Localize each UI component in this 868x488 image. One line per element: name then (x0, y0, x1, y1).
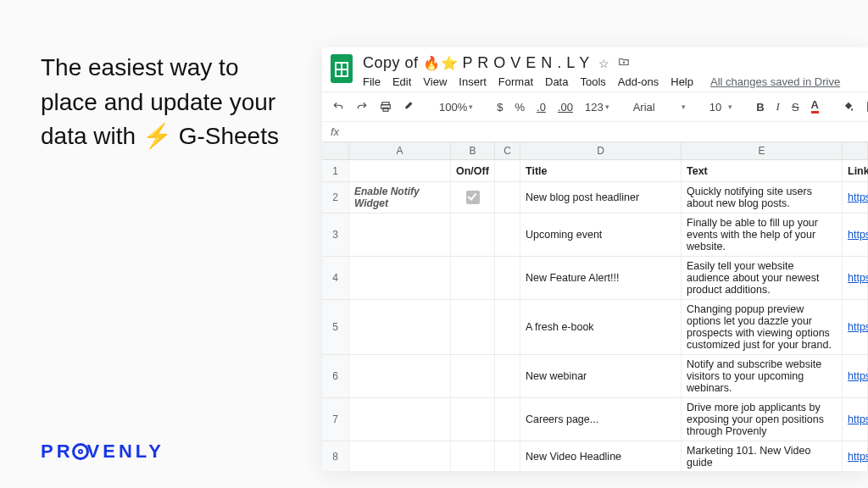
column-header-E[interactable]: E (682, 142, 843, 159)
bold-button[interactable]: B (753, 98, 767, 116)
strike-button[interactable]: S (788, 98, 803, 116)
number-format-select[interactable]: 123 ▾ (581, 98, 613, 116)
sheets-app-icon[interactable] (331, 54, 353, 83)
cell-onoff[interactable] (451, 257, 495, 299)
menu-add-ons[interactable]: Add-ons (618, 75, 659, 88)
row-number[interactable]: 2 (322, 182, 349, 213)
italic-button[interactable]: I (773, 97, 783, 116)
text-color-button[interactable]: A (808, 97, 822, 116)
font-size-select[interactable]: 10 ▾ (706, 98, 736, 116)
borders-button[interactable] (863, 98, 868, 115)
percent-button[interactable]: % (511, 98, 528, 116)
redo-button[interactable] (353, 98, 371, 115)
cell-C[interactable] (495, 300, 520, 354)
print-button[interactable] (376, 98, 395, 115)
cell-label[interactable] (349, 441, 451, 471)
column-header-C[interactable]: C (495, 142, 520, 159)
cell-link[interactable]: https (843, 441, 868, 471)
cell-onoff[interactable] (451, 182, 495, 213)
cell-C[interactable] (495, 182, 520, 213)
row-number[interactable]: 3 (322, 214, 349, 256)
row-number[interactable]: 1 (322, 160, 349, 181)
fill-color-button[interactable] (839, 98, 858, 115)
cell-A1[interactable] (349, 160, 451, 181)
font-select[interactable]: Arial ▾ (630, 98, 689, 116)
currency-button[interactable]: $ (493, 98, 506, 116)
decrease-decimals-button[interactable]: .0 (533, 98, 549, 116)
menu-tools[interactable]: Tools (580, 75, 605, 88)
menu-data[interactable]: Data (545, 75, 568, 88)
row-number[interactable]: 7 (322, 398, 349, 441)
fx-label: fx (331, 125, 339, 138)
cell-title[interactable]: New Video Headline (520, 441, 682, 471)
menu-format[interactable]: Format (498, 75, 533, 88)
cell-onoff[interactable] (451, 300, 495, 354)
cell-label[interactable] (349, 355, 451, 397)
cell-onoff[interactable] (451, 214, 495, 256)
cell-C[interactable] (495, 398, 520, 441)
cell-label[interactable] (349, 257, 451, 299)
cell-title[interactable]: New webinar (520, 355, 682, 397)
cell-F1[interactable]: Link (843, 160, 868, 181)
star-icon[interactable]: ☆ (598, 57, 609, 70)
doc-title[interactable]: Copy of 🔥⭐ P R O V E N . L Y (363, 54, 590, 72)
cell-link[interactable]: https (843, 257, 868, 299)
row-number[interactable]: 8 (322, 441, 349, 471)
row-number[interactable]: 5 (322, 300, 349, 354)
cell-onoff[interactable] (451, 355, 495, 397)
move-folder-icon[interactable] (618, 56, 630, 70)
cell-link[interactable]: https (843, 300, 868, 354)
cell-C1[interactable] (495, 160, 520, 181)
cell-C[interactable] (495, 257, 520, 299)
cell-E1[interactable]: Text (682, 160, 843, 181)
cell-onoff[interactable] (451, 398, 495, 441)
menu-view[interactable]: View (423, 75, 447, 88)
paint-format-button[interactable] (400, 98, 419, 115)
cell-link[interactable]: https (843, 355, 868, 397)
cell-title[interactable]: Careers page... (520, 398, 682, 441)
row-number[interactable]: 6 (322, 355, 349, 397)
table-row: 6New webinarNotify and subscribe website… (322, 355, 868, 398)
cell-title[interactable]: Upcoming event (520, 214, 682, 256)
undo-button[interactable] (329, 98, 348, 115)
cell-text[interactable]: Quickly notifying site users about new b… (682, 182, 843, 213)
cell-C[interactable] (495, 214, 520, 256)
formula-bar[interactable]: fx (322, 122, 868, 142)
cell-link[interactable]: https (843, 398, 868, 441)
select-all-corner[interactable] (843, 142, 868, 159)
column-header-A[interactable]: A (349, 142, 451, 159)
cell-C[interactable] (495, 355, 520, 397)
cell-onoff[interactable] (451, 441, 495, 471)
cell-link[interactable]: https (843, 214, 868, 256)
cell-text[interactable]: Marketing 101. New Video guide (682, 441, 843, 471)
cell-link[interactable]: https (843, 182, 868, 213)
increase-decimals-button[interactable]: .00 (554, 98, 576, 116)
select-all-corner[interactable] (322, 142, 349, 159)
column-header-B[interactable]: B (451, 142, 495, 159)
zoom-select[interactable]: 100% ▾ (436, 98, 476, 116)
cell-label[interactable] (349, 300, 451, 354)
menu-file[interactable]: File (363, 75, 381, 88)
cell-B1[interactable]: On/Off (451, 160, 495, 181)
cell-title[interactable]: New blog post headliner (520, 182, 682, 213)
cell-C[interactable] (495, 441, 520, 471)
spreadsheet-grid[interactable]: ABCDE 1 On/Off Title Text Link 2Enable N… (322, 142, 868, 471)
cell-text[interactable]: Easily tell your website audience about … (682, 257, 843, 299)
menu-edit[interactable]: Edit (392, 75, 411, 88)
cell-D1[interactable]: Title (520, 160, 682, 181)
cell-text[interactable]: Finally be able to fill up your events w… (682, 214, 843, 256)
cell-label[interactable]: Enable Notify Widget (349, 182, 451, 213)
save-state[interactable]: All changes saved in Drive (710, 75, 840, 88)
cell-label[interactable] (349, 214, 451, 256)
column-header-D[interactable]: D (520, 142, 682, 159)
cell-text[interactable]: Changing popup preview options let you d… (682, 300, 843, 354)
menu-help[interactable]: Help (670, 75, 693, 88)
menu-insert[interactable]: Insert (459, 75, 487, 88)
row-number[interactable]: 4 (322, 257, 349, 299)
cell-text[interactable]: Drive more job applicants by exposing yo… (682, 398, 843, 441)
cell-title[interactable]: New Feature Alert!!! (520, 257, 682, 299)
cell-text[interactable]: Notify and subscribe website visitors to… (682, 355, 843, 397)
checkbox-icon[interactable] (466, 191, 480, 204)
cell-label[interactable] (349, 398, 451, 441)
cell-title[interactable]: A fresh e-book (520, 300, 682, 354)
